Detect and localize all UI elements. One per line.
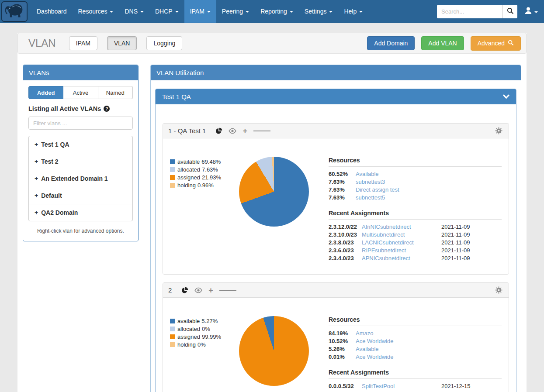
domain-panel-heading[interactable]: Test 1 QA [156,89,516,104]
tab-named[interactable]: Named [98,86,133,99]
legend-value: 0% [198,341,206,348]
vlan-list-item[interactable]: +Test 1 QA [29,136,132,153]
menu-icon[interactable] [253,129,270,132]
add-vlan-button[interactable]: Add VLAN [421,36,464,50]
tab-ipam[interactable]: IPAM [69,36,97,50]
add-icon[interactable]: + [243,128,247,134]
legend-item: assigned 99.99% [170,334,239,340]
nav-label: Resources [78,8,107,15]
user-icon [524,7,532,16]
nav-label: DHCP [155,8,173,15]
vlan-section-body: available 5.27% allocated 0% assigned 99… [163,298,509,392]
vlan-filter-tabs: Added Active Named [28,86,133,99]
resource-link[interactable]: Ace Worldwide [356,354,393,360]
assignment-link[interactable]: LACNICsubnetdirect [362,239,441,246]
resources-list: 84.19% Amazo 10.52% Ace Worldwide 5.26% … [329,330,502,360]
assignment-link[interactable]: SplitTestPool [362,383,441,389]
caret-down-icon [534,11,538,13]
nav-item-resources[interactable]: Resources [73,0,119,23]
gear-icon[interactable] [495,286,502,294]
vlan-list-item[interactable]: +Default [29,187,132,204]
assignment-link[interactable]: RIPEsubnetdirect [362,247,441,254]
legend-value: 0% [202,326,210,332]
eye-icon[interactable] [194,287,202,293]
resource-link[interactable]: subnettest3 [356,179,385,185]
assignment-date: 2021-11-09 [441,239,470,246]
recent-assignments-heading: Recent Assignments [329,210,502,220]
assignment-row: 2.3.8.0/23 LACNICsubnetdirect 2021-11-09 [329,239,502,246]
assignment-cidr: 2.3.8.0/23 [329,239,362,246]
resource-link[interactable]: subnettest5 [356,194,385,201]
vlan-list: +Test 1 QA +Test 2 +An Extended Domain 1… [28,136,133,221]
add-domain-button[interactable]: Add Domain [367,36,415,50]
add-icon[interactable]: + [208,287,213,293]
user-menu[interactable] [524,7,538,16]
vlan-list-item[interactable]: +QA2 Domain [29,204,132,221]
vlan-name: Test 2 [41,158,58,165]
assignment-date: 2021-11-09 [441,247,470,254]
nav-item-dashboard[interactable]: Dashboard [31,0,73,23]
legend-item: available 5.27% [170,318,239,324]
navbar-right [437,0,544,23]
vlan-list-item[interactable]: +Test 2 [29,153,132,170]
legend-value: 7.63% [202,166,218,173]
search-icon [507,7,514,16]
help-icon[interactable]: ? [104,106,110,112]
resource-link[interactable]: Available [356,346,379,352]
nav-label: Peering [222,8,243,15]
search-button[interactable] [502,5,517,18]
nav-item-settings[interactable]: Settings [299,0,339,23]
gear-icon[interactable] [495,127,502,134]
nav-item-dns[interactable]: DNS [119,0,149,23]
resource-link[interactable]: Direct assign test [356,186,399,193]
listing-label-text: Listing all Active VLANs [28,105,101,112]
advanced-button[interactable]: Advanced [471,36,521,51]
nav-label: DNS [125,8,138,15]
vlan-section: 1 - QA Test 1 + [163,123,509,275]
resource-row: 7.63% Direct assign test [329,186,502,193]
resource-link[interactable]: Ace Worldwide [356,338,393,344]
app-logo[interactable] [1,1,28,22]
nav-item-dhcp[interactable]: DHCP [149,0,184,23]
pie-chart-icon[interactable] [215,127,222,134]
chevron-down-icon[interactable] [503,93,509,100]
vlan-section-title: 2 [168,286,172,294]
vlan-name: Test 1 QA [41,141,69,148]
nav-label: Reporting [260,8,287,15]
eye-icon[interactable] [229,128,236,134]
nav-item-reporting[interactable]: Reporting [255,0,299,23]
nav-item-ipam[interactable]: IPAM [184,0,216,23]
tab-vlan[interactable]: VLAN [107,36,137,50]
domain-panel-body: 1 - QA Test 1 + [156,104,516,392]
nav-item-peering[interactable]: Peering [216,0,255,23]
caret-down-icon [110,11,113,13]
nav-item-help[interactable]: Help [338,0,368,23]
page-header: VLAN IPAM VLAN Logging Add Domain Add VL… [17,33,527,54]
assignments-list: 0.0.0.5/32 SplitTestPool 2021-12-15 0.0.… [329,383,502,392]
advanced-label: Advanced [478,40,505,47]
legend-swatch [170,327,175,331]
vlan-filter-input[interactable] [28,117,133,130]
resource-row: 7.63% subnettest3 [329,179,502,185]
tab-logging[interactable]: Logging [146,36,182,50]
pie-chart-icon[interactable] [181,287,188,294]
assignment-link[interactable]: AfriNICsubnetdirect [362,224,441,230]
legend-value: 21.93% [202,174,221,181]
legend-item: holding 0.96% [170,182,239,189]
search-input[interactable] [437,5,502,18]
tab-added[interactable]: Added [28,86,63,99]
resource-link[interactable]: Amazo [356,330,373,337]
assignment-link[interactable]: APNICsubnetdirect [362,255,441,261]
legend-swatch [170,319,175,323]
tab-active[interactable]: Active [63,86,98,99]
resource-link[interactable]: Available [356,171,379,177]
menu-icon[interactable] [219,289,236,292]
vlan-name: Default [41,192,62,199]
legend-swatch [170,183,175,188]
assignment-link[interactable]: Multisubnetdirect [362,231,441,238]
vlan-list-item[interactable]: +An Extended Domain 1 [29,170,132,187]
top-navbar: Dashboard Resources DNS DHCP IPAM Peerin… [0,0,544,23]
resource-percent: 7.63% [329,186,356,193]
section-details: Resources 60.52% Available 7.63% subnett… [329,157,502,263]
vlan-section-header: 1 - QA Test 1 + [163,124,509,138]
